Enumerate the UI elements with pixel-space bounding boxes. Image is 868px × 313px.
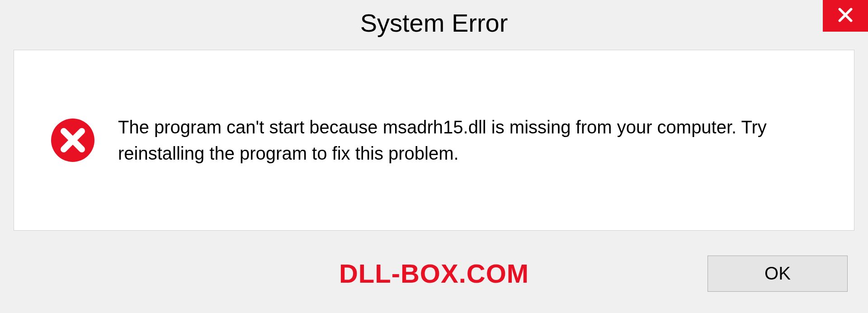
dialog-title: System Error bbox=[360, 8, 508, 38]
watermark-text: DLL-BOX.COM bbox=[339, 258, 529, 289]
dialog-content: The program can't start because msadrh15… bbox=[14, 50, 854, 231]
close-icon bbox=[837, 6, 854, 25]
close-button[interactable] bbox=[823, 0, 868, 32]
error-dialog: System Error The program can't start bec… bbox=[0, 0, 868, 313]
ok-button[interactable]: OK bbox=[708, 256, 848, 292]
error-icon bbox=[50, 118, 95, 163]
error-message: The program can't start because msadrh15… bbox=[118, 114, 818, 166]
title-bar: System Error bbox=[0, 0, 868, 45]
dialog-footer: DLL-BOX.COM OK bbox=[0, 234, 868, 313]
